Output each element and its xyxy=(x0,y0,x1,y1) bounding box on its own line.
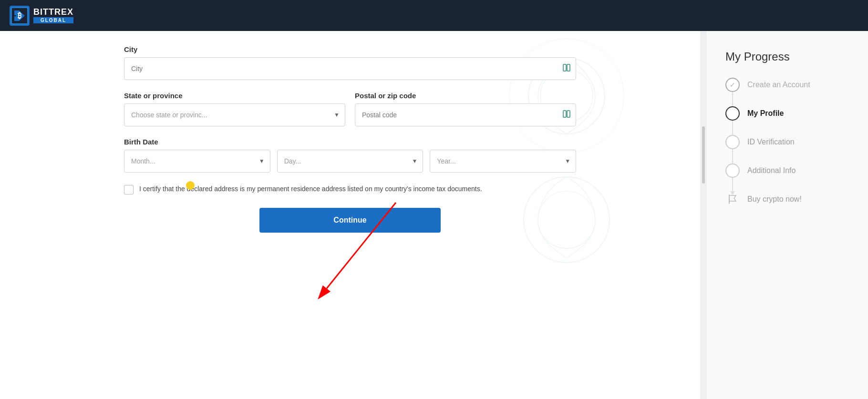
postal-label: Postal or zip code xyxy=(355,92,576,100)
logo-icon: ₿ xyxy=(10,6,30,26)
step-label-additional-info: Additional Info xyxy=(747,166,796,175)
city-field-group: City xyxy=(124,45,576,80)
year-select[interactable]: Year... xyxy=(430,150,576,173)
day-select[interactable]: Day... xyxy=(277,150,424,173)
year-select-wrapper: Year... ▼ xyxy=(430,150,576,173)
state-select[interactable]: Choose state or provinc... xyxy=(124,103,345,126)
connector-1 xyxy=(732,92,733,106)
postal-input[interactable] xyxy=(355,103,576,126)
connector-4-arrow xyxy=(732,178,733,192)
month-select-wrapper: Month... ▼ xyxy=(124,150,270,173)
certify-checkbox[interactable] xyxy=(124,185,134,194)
step-label-id-verification: ID Verification xyxy=(747,138,795,146)
connector-2 xyxy=(732,121,733,135)
app-header: ₿ BITTREX GLOBAL xyxy=(0,0,868,31)
logo-global-text: GLOBAL xyxy=(33,17,73,23)
form-area: City State or province Choose state or p… xyxy=(0,31,700,399)
city-input-wrapper xyxy=(124,57,576,80)
birthdate-row: Month... ▼ Day... ▼ Year... ▼ xyxy=(124,150,576,173)
city-label: City xyxy=(124,45,576,53)
birthdate-label: Birth Date xyxy=(124,138,576,146)
step-label-buy-crypto: Buy crypto now! xyxy=(747,195,802,204)
progress-step-my-profile: My Profile xyxy=(725,106,849,121)
progress-step-additional-info: Additional Info xyxy=(725,164,849,178)
step-label-my-profile: My Profile xyxy=(747,109,784,118)
continue-btn-wrapper: Continue xyxy=(124,208,576,233)
main-container: City State or province Choose state or p… xyxy=(0,31,868,399)
connector-3 xyxy=(732,149,733,164)
logo[interactable]: ₿ BITTREX GLOBAL xyxy=(10,6,73,26)
logo-text: BITTREX GLOBAL xyxy=(33,8,73,23)
checkbox-row: I certify that the declared address is m… xyxy=(124,184,576,194)
step-label-create-account: Create an Account xyxy=(747,81,810,89)
progress-steps: ✓ Create an Account My Profile ID Verifi… xyxy=(725,78,849,206)
certify-label: I certify that the declared address is m… xyxy=(139,184,482,194)
birthdate-field-group: Birth Date Month... ▼ Day... ▼ xyxy=(124,138,576,173)
month-select[interactable]: Month... xyxy=(124,150,270,173)
state-select-wrapper: Choose state or provinc... ▼ xyxy=(124,103,345,126)
scrollbar-thumb[interactable] xyxy=(702,126,705,184)
postal-input-wrapper xyxy=(355,103,576,126)
continue-button[interactable]: Continue xyxy=(259,208,441,233)
state-field-group: State or province Choose state or provin… xyxy=(124,92,345,126)
state-label: State or province xyxy=(124,92,345,100)
postal-field-group: Postal or zip code xyxy=(355,92,576,126)
step-circle-additional-info xyxy=(725,164,740,178)
progress-title: My Progress xyxy=(725,50,849,63)
scrollbar[interactable] xyxy=(700,31,706,399)
progress-step-create-account: ✓ Create an Account xyxy=(725,78,849,92)
flag-icon xyxy=(725,192,740,206)
step-circle-id-verification xyxy=(725,135,740,149)
progress-step-id-verification: ID Verification xyxy=(725,135,849,149)
step-circle-create-account: ✓ xyxy=(725,78,740,92)
city-input[interactable] xyxy=(124,57,576,80)
svg-text:₿: ₿ xyxy=(18,11,21,20)
progress-sidebar: My Progress ✓ Create an Account My Profi… xyxy=(706,31,868,399)
step-circle-my-profile xyxy=(725,106,740,121)
progress-step-buy-crypto: Buy crypto now! xyxy=(725,192,849,206)
state-postal-row: State or province Choose state or provin… xyxy=(124,92,576,138)
check-icon: ✓ xyxy=(730,81,735,89)
logo-bittrex-text: BITTREX xyxy=(33,8,73,17)
day-select-wrapper: Day... ▼ xyxy=(277,150,424,173)
